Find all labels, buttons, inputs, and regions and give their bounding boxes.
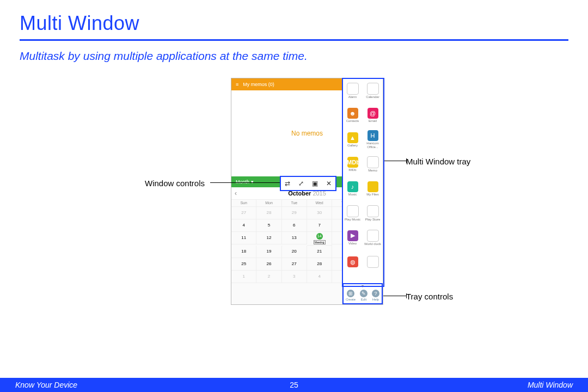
memo-empty-text: No memos <box>291 130 323 137</box>
device-screenshot: ≡ My memos (0) No memos Month ▾ ‹ Octobe… <box>231 78 383 305</box>
app-icon: M <box>367 256 379 268</box>
window-control-icon: ▣ <box>312 180 318 187</box>
video-icon: ▶ <box>347 230 358 241</box>
tray-app-label: Email <box>369 119 377 123</box>
calendar-prev-icon: ‹ <box>235 187 237 199</box>
tray-app-memo: Memo <box>363 152 383 176</box>
tray-app-contacts: ☻Contacts <box>342 103 363 127</box>
gallery-icon: ▲ <box>347 132 358 143</box>
calendar-day-cell: 26 <box>256 258 281 271</box>
callout-multi-window-tray: Multi Window tray <box>406 157 470 166</box>
tray-app-video: ▶Video <box>342 225 363 250</box>
window-controls-bar: ⇄⤢▣✕ <box>280 176 336 191</box>
tray-app-label: IMDb <box>348 168 356 172</box>
calendar-icon: 31 <box>367 83 379 95</box>
hancom-office--icon: H <box>367 130 378 141</box>
calendar-day-cell: 7 <box>307 219 332 232</box>
tray-app-alarm: ◴Alarm <box>342 78 363 103</box>
calendar-tab-label: Month ▾ <box>236 179 254 185</box>
tray-control-label: Help <box>372 298 379 301</box>
footer-page-number: 25 <box>290 381 298 389</box>
page-footer: Know Your Device 25 Multi Window <box>0 378 588 392</box>
tray-app-email: @Email <box>363 103 383 127</box>
tray-app-label: Gallery <box>347 144 358 148</box>
tray-app-label: Play Music <box>345 218 360 222</box>
help-icon: ? <box>372 290 379 297</box>
calendar-day-cell: 14Meeting <box>307 232 332 246</box>
calendar-day-cell: 28 <box>256 207 281 219</box>
tray-app-gallery: ▲Gallery <box>342 127 363 152</box>
calendar-day-cell: 5 <box>256 219 281 232</box>
contacts-icon: ☻ <box>347 108 358 119</box>
tray-app-world-clock: ◷World clock <box>363 225 383 250</box>
tray-collapse-icon: ▾ <box>344 284 382 289</box>
callout-window-controls: Window controls <box>145 179 205 188</box>
tray-app-label: Contacts <box>346 119 359 123</box>
calendar-day-header: Mon <box>256 200 281 207</box>
calendar-day-cell: 3 <box>282 271 307 283</box>
title-rule <box>20 39 568 41</box>
tray-app-label: Calendar <box>366 95 379 99</box>
tray-help-button: ?Help <box>372 290 379 301</box>
tray-edit-button: ✎Edit <box>360 290 367 301</box>
memo-bar-title: My memos (0) <box>243 82 274 87</box>
imdb-icon: IMDb <box>347 157 358 168</box>
calendar-day-cell: 27 <box>282 258 307 271</box>
calendar-day-cell: 29 <box>282 207 307 219</box>
calendar-day-cell: 4 <box>231 219 256 232</box>
calendar-day-cell: 13 <box>282 232 307 244</box>
calendar-day-cell: 21 <box>307 246 332 258</box>
tray-app-music: ♪Music <box>342 176 363 201</box>
window-control-icon: ⤢ <box>298 180 304 187</box>
music-icon: ♪ <box>347 181 358 192</box>
alarm-icon: ◴ <box>347 83 359 95</box>
tray-app-label: Video <box>348 242 357 246</box>
calendar-day-cell: 30 <box>307 207 332 219</box>
footer-left: Know Your Device <box>15 381 290 389</box>
window-control-icon: ⇄ <box>285 180 290 187</box>
calendar-day-cell: 11 <box>231 232 256 244</box>
tray-control-label: Edit <box>361 298 366 301</box>
world-clock-icon: ◷ <box>367 230 379 242</box>
tray-app-label: World clock <box>364 242 381 246</box>
tray-control-label: Create <box>346 298 356 301</box>
play-music-icon: ∩ <box>347 205 359 217</box>
tray-app-label: Hancom Office... <box>363 142 383 149</box>
calendar-day-cell: 6 <box>282 219 307 232</box>
calendar-day-cell: 20 <box>282 246 307 258</box>
calendar-day-cell: 18 <box>231 246 256 258</box>
leader-tray-controls <box>383 296 406 296</box>
tray-create-button: ⊞Create <box>346 290 356 301</box>
calendar-day-header: Wed <box>307 200 332 207</box>
calendar-day-cell: 25 <box>231 258 256 271</box>
calendar-day-cell: 19 <box>256 246 281 258</box>
leader-window-controls <box>210 182 280 183</box>
app-icon: ◍ <box>347 256 358 267</box>
calendar-day-cell: 4 <box>307 271 332 283</box>
tray-app-label: Alarm <box>348 95 357 99</box>
tray-controls-group: ▾ ⊞Create✎Edit?Help <box>342 283 383 304</box>
tray-app-hancom-office-: HHancom Office... <box>363 127 383 152</box>
calendar-day-header: Sun <box>231 200 256 207</box>
tray-app-calendar: 31Calendar <box>363 78 383 103</box>
tray-app-label: Memo <box>368 169 377 173</box>
calendar-day-cell: 1 <box>231 271 256 283</box>
calendar-day-cell: 12 <box>256 232 281 244</box>
tray-app-imdb: IMDbIMDb <box>342 152 363 176</box>
callout-tray-controls: Tray controls <box>406 292 453 301</box>
hamburger-icon: ≡ <box>236 82 238 87</box>
play-store-icon: ▶ <box>367 205 379 217</box>
tray-app-label: Music <box>348 193 357 197</box>
tray-app-label: My Files <box>366 193 378 197</box>
tray-app-my-files: My Files <box>363 176 383 201</box>
memo-icon <box>367 156 379 168</box>
tray-app-play-music: ∩Play Music <box>342 201 363 225</box>
multi-window-tray: ◴Alarm31Calendar☻Contacts@Email▲GalleryH… <box>342 78 383 304</box>
email-icon: @ <box>367 108 378 119</box>
calendar-day-cell: 2 <box>256 271 281 283</box>
footer-right: Multi Window <box>298 381 573 389</box>
window-control-icon: ✕ <box>326 180 332 187</box>
tray-app-label: Play Store <box>365 218 381 222</box>
calendar-day-cell: 28 <box>307 258 332 271</box>
calendar-day-cell: 27 <box>231 207 256 219</box>
